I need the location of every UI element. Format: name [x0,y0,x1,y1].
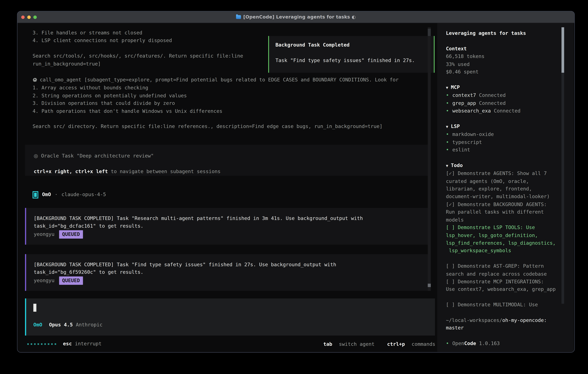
gear-icon [32,76,37,84]
status-badge: QUEUED [59,276,83,285]
session-sidebar: Leveraging agents for tasks Context 66,5… [437,23,574,352]
input-footer: OmO Opus 4.5 Anthropic [33,321,103,329]
mcp-item: websearch_exa Connected [446,107,574,115]
lsp-section-header[interactable]: LSP [446,123,574,131]
tool-call-line [32,115,399,123]
active-model[interactable]: Opus 4.5 [49,321,73,329]
status-left: ▪▪▪▪▪▪▪▪▪ esc interrupt [27,340,102,348]
status-dot-icon [446,108,449,114]
message-meta: yeongyuQUEUED [34,230,429,239]
background-task-message[interactable]: [BACKGROUND TASK COMPLETED] Task "Resear… [25,208,429,245]
todo-item: [ ] Demonstrate LSP TOOLS: Use lsp_hover… [446,224,574,255]
active-agent: OmO [33,321,42,329]
status-dot-icon [446,132,449,137]
message-line: task_id="bg_6f59260c" to get results. [34,269,429,276]
mcp-item: grep_app Connected [446,100,574,107]
context-heading: Context [446,45,574,53]
folder-icon [236,15,241,19]
background-task-message[interactable]: [BACKGROUND TASK COMPLETED] Task "Find t… [25,254,429,291]
window-titlebar[interactable]: [OpenCode] Leveraging agents for tasks ◐ [17,11,574,23]
status-badge: QUEUED [59,230,83,239]
tool-call-line: call_omo_agent [subagent_type=explore, p… [32,76,399,84]
separator-dot: · [55,191,58,198]
opencode-window: [OpenCode] Leveraging agents for tasks ◐… [17,11,575,353]
status-dot-icon [446,147,449,153]
todo-item: [✓] Demonstrate AGENTS: Show all 7 curat… [446,170,574,201]
status-right: tab switch agent ctrl+p commands [323,340,435,348]
output-line: 3. File handles or streams not closed [32,29,243,37]
status-dot-icon [446,93,449,98]
chat-scrollbar-segment[interactable] [428,29,431,36]
tool-call-line: 4. Path operations that don't handle Win… [32,107,399,115]
todo-item: [✓] Demonstrate BACKGROUND AGENTS: Run p… [446,201,574,224]
workspace-path: ~/local-workspaces/oh-my-opencode: [446,317,574,324]
status-dot-icon [446,139,449,145]
message-line: [BACKGROUND TASK COMPLETED] Task "Find t… [34,261,429,269]
todo-item: [ ] Demonstrate AST-GREP: Pattern search… [446,262,574,278]
window-title: [OpenCode] Leveraging agents for tasks ◐ [243,14,356,20]
text-cursor [33,304,36,312]
status-dot-icon [446,100,449,106]
collapse-arrow-icon [446,164,448,168]
lsp-item: markdown-oxide [446,131,574,138]
tool-call-line: 1. Array access without bounds checking [32,84,399,92]
toast-title: Background Task Completed [275,41,434,49]
todo-item: [ ] Demonstrate MULTIMODAL: Use [446,301,574,309]
context-tokens: 66,518 tokens [446,53,574,61]
tab-key-hint: tab [323,341,332,347]
output-line: run_in_background=true] [32,60,243,68]
agent-header: OmO · claude-opus-4-5 [32,191,106,198]
background-task-toast[interactable]: Background Task Completed Task "Find typ… [268,36,435,73]
context-used: 33% used [446,61,574,68]
status-dot-icon [446,341,449,346]
toast-body: Task "Find type safety issues" finished … [275,57,434,64]
lsp-item: eslint [446,146,574,154]
session-title: Leveraging agents for tasks [446,30,574,37]
message-line: task_id="bg_dcfac161" to get results. [34,222,429,230]
message-line: [BACKGROUND TASK COMPLETED] Task "Resear… [34,215,429,222]
status-bar: ▪▪▪▪▪▪▪▪▪ esc interrupt tab switch agent… [17,340,437,348]
collapse-arrow-icon [446,85,448,90]
agent-output-text: 3. File handles or streams not closed 4.… [32,29,243,68]
todo-item: [ ] Demonstrate MCP INTEGRATIONS: Use co… [446,278,574,293]
chat-scrollbar[interactable] [428,27,431,291]
chat-scrollbar-thumb[interactable] [428,284,431,287]
progress-dots-icon: ▪▪▪▪▪▪▪▪▪ [27,340,58,348]
agent-model: claude-opus-4-5 [62,191,106,198]
sidebar-scrollbar-thumb[interactable] [562,27,564,73]
workspace-branch: master [446,324,574,332]
mcp-item: context7 Connected [446,92,574,99]
collapse-arrow-icon [446,125,448,129]
oracle-icon [34,153,38,159]
context-spent: $0.46 spent [446,68,574,76]
agent-icon [32,191,38,198]
chat-area: 3. File handles or streams not closed 4.… [17,23,437,352]
author-name: yeongyu [34,231,54,237]
output-line: 4. LSP client connections not properly d… [32,37,243,44]
oracle-hint: ctrl+x right, ctrl+x left to navigate be… [34,168,429,176]
desktop: [OpenCode] Leveraging agents for tasks ◐… [0,0,588,374]
tool-call-line: 3. Division operations that could divide… [32,100,399,107]
tab-key-label: switch agent [339,341,375,347]
tool-call-block: call_omo_agent [subagent_type=explore, p… [32,76,399,131]
cmd-key-hint: ctrl+p [387,341,405,347]
mcp-section-header[interactable]: MCP [446,83,574,92]
output-line [32,45,243,52]
window-title-group: [OpenCode] Leveraging agents for tasks ◐ [17,14,574,20]
esc-key-hint: esc [63,340,72,348]
agent-name: OmO [42,191,51,198]
lsp-item: typescript [446,138,574,146]
model-provider: Anthropic [76,321,103,329]
cmd-key-label: commands [412,341,435,347]
message-meta: yeongyuQUEUED [34,276,429,285]
output-line: Search src/tools/, src/hooks/, src/featu… [32,52,243,60]
version-row: OpenCode 1.0.163 [446,340,574,347]
prompt-input[interactable]: OmO Opus 4.5 Anthropic [25,298,435,335]
esc-key-label: interrupt [75,340,102,348]
author-name: yeongyu [34,278,54,283]
tool-call-line: Search src/ directory. Return specific f… [32,123,399,131]
todo-section-header[interactable]: Todo [446,162,574,170]
oracle-task-panel[interactable]: Oracle Task "Deep architecture review" c… [25,145,429,176]
oracle-task-title: Oracle Task "Deep architecture review" [34,152,429,160]
tool-call-line: 2. String operations on potentially unde… [32,92,399,100]
